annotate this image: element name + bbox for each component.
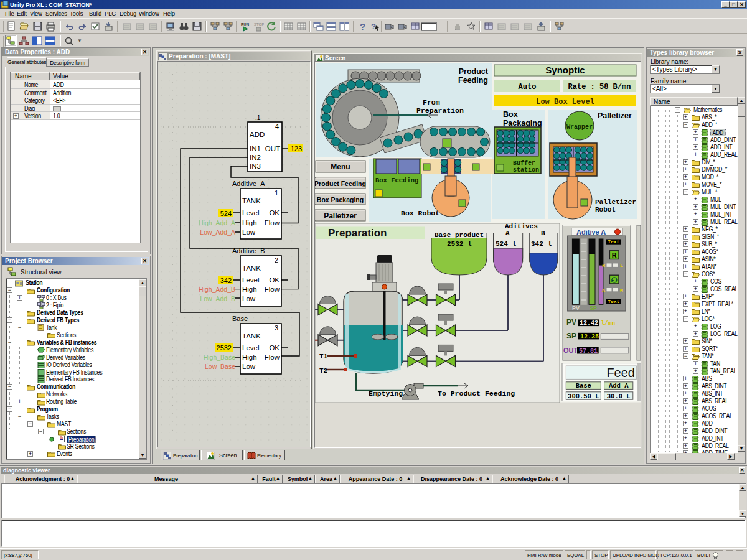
- svg-text:Wrapper: Wrapper: [566, 124, 593, 131]
- svg-text:30.0 L: 30.0 L: [607, 393, 631, 400]
- svg-text:524: 524: [220, 210, 232, 217]
- svg-text:High: High: [242, 219, 257, 226]
- svg-text:Additive_B: Additive_B: [232, 247, 265, 254]
- svg-text:SP: SP: [566, 332, 576, 340]
- svg-text:To Product Feeding: To Product Feeding: [438, 390, 515, 398]
- svg-text:Text: Text: [608, 239, 619, 245]
- svg-text:3: 3: [275, 324, 278, 332]
- svg-text:300.50 L: 300.50 L: [568, 393, 599, 400]
- svg-text:IN3: IN3: [250, 162, 261, 170]
- svg-text:OUT: OUT: [563, 347, 578, 354]
- svg-text:High_Add_A: High_Add_A: [199, 219, 235, 226]
- svg-text:Rate : 58 B/mn: Rate : 58 B/mn: [568, 83, 631, 91]
- svg-text:station: station: [513, 167, 539, 174]
- svg-text:Level: Level: [242, 209, 260, 217]
- svg-text:.1: .1: [255, 114, 261, 121]
- svg-text:Product: Product: [459, 67, 489, 76]
- svg-text:Flow: Flow: [265, 286, 280, 293]
- svg-text:Low_Add_B: Low_Add_B: [200, 295, 235, 302]
- svg-text:Preparation: Preparation: [328, 227, 387, 239]
- svg-text:Level: Level: [242, 344, 260, 352]
- svg-text:High: High: [242, 353, 257, 361]
- svg-text:Box Feeding: Box Feeding: [375, 177, 418, 184]
- svg-text:ADD: ADD: [250, 131, 265, 138]
- svg-text:Preparation: Preparation: [416, 106, 464, 114]
- svg-text:Feed: Feed: [606, 366, 635, 380]
- svg-text:L: L: [620, 263, 623, 268]
- svg-text:TANK: TANK: [242, 197, 261, 205]
- svg-text:T1: T1: [319, 353, 328, 360]
- svg-text:Level: Level: [242, 276, 260, 284]
- svg-text:PV: PV: [566, 318, 576, 327]
- svg-text:IN1: IN1: [250, 145, 261, 152]
- svg-text:Low: Low: [242, 363, 256, 370]
- svg-text:From: From: [423, 98, 440, 106]
- svg-text:342 l: 342 l: [531, 240, 552, 248]
- svg-text:123: 123: [291, 145, 302, 152]
- svg-text:524 l: 524 l: [496, 240, 516, 248]
- svg-text:Low_Base: Low_Base: [205, 363, 235, 370]
- svg-text:1: 1: [275, 189, 278, 197]
- svg-text:Low Box Level: Low Box Level: [536, 98, 594, 106]
- svg-text:Box: Box: [503, 110, 518, 119]
- svg-text:Aditive A: Aditive A: [576, 228, 606, 236]
- svg-text:Low: Low: [242, 295, 256, 302]
- svg-text:T2: T2: [319, 367, 327, 375]
- svg-text:TANK: TANK: [242, 264, 261, 272]
- svg-text:Packaging: Packaging: [503, 119, 542, 128]
- svg-text:12.35: 12.35: [580, 334, 599, 340]
- svg-text:Box Robot: Box Robot: [401, 209, 439, 217]
- svg-text:Auto: Auto: [519, 83, 537, 91]
- svg-text:SP: SP: [590, 305, 597, 311]
- svg-text:Base product: Base product: [435, 231, 484, 239]
- svg-text:Emptying: Emptying: [369, 390, 403, 398]
- svg-text:High_Add_B: High_Add_B: [199, 286, 235, 293]
- svg-text:B: B: [541, 230, 545, 237]
- svg-text:4: 4: [275, 123, 279, 130]
- svg-text:Palletizer: Palletizer: [595, 198, 636, 206]
- svg-text:342: 342: [220, 277, 232, 284]
- svg-text:2532: 2532: [217, 344, 232, 352]
- svg-text:Palletizer: Palletizer: [324, 212, 357, 220]
- svg-text:R: R: [602, 263, 605, 268]
- svg-text:2: 2: [275, 256, 278, 264]
- svg-text:Flow: Flow: [265, 219, 280, 226]
- svg-text:OK: OK: [269, 344, 280, 352]
- svg-text:57.81: 57.81: [579, 348, 598, 355]
- svg-text:12.42: 12.42: [580, 320, 598, 327]
- svg-text:Add A: Add A: [609, 382, 629, 390]
- svg-text:Robot: Robot: [595, 206, 616, 213]
- svg-text:Menu: Menu: [331, 162, 350, 171]
- svg-text:Low: Low: [242, 228, 256, 236]
- svg-text:High: High: [242, 286, 257, 293]
- svg-text:Synoptic: Synoptic: [545, 65, 585, 75]
- svg-text:l/mn: l/mn: [601, 320, 615, 327]
- svg-text:PV: PV: [572, 305, 580, 311]
- svg-text:Text: Text: [608, 299, 619, 304]
- svg-text:OUT: OUT: [265, 145, 280, 152]
- svg-text:Feeding: Feeding: [458, 76, 488, 85]
- svg-text:OK: OK: [269, 209, 280, 217]
- svg-text:M: M: [620, 287, 623, 293]
- svg-text:STOP: STOP: [254, 22, 264, 26]
- svg-text:Palletizer: Palletizer: [598, 111, 632, 120]
- svg-text:RUN: RUN: [241, 22, 249, 26]
- svg-text:Product Feeding: Product Feeding: [315, 180, 366, 187]
- svg-text:OK: OK: [269, 276, 280, 284]
- svg-text:Low_Add_A: Low_Add_A: [200, 228, 235, 236]
- svg-text:Additive_A: Additive_A: [232, 180, 265, 187]
- svg-text:Flow: Flow: [265, 353, 280, 361]
- svg-text:A: A: [602, 287, 605, 293]
- svg-text:R: R: [612, 251, 617, 259]
- svg-text:2532 l: 2532 l: [447, 240, 472, 248]
- svg-text:TANK: TANK: [242, 332, 261, 340]
- svg-text:Buffer: Buffer: [513, 160, 535, 167]
- svg-text:Aditives: Aditives: [505, 223, 538, 230]
- svg-text:Base: Base: [576, 382, 591, 390]
- svg-text:Base: Base: [232, 315, 248, 322]
- svg-text:Box Packaging: Box Packaging: [317, 196, 364, 203]
- svg-text:?: ?: [371, 22, 376, 31]
- svg-text:IN2: IN2: [250, 154, 261, 161]
- svg-text:High_Base: High_Base: [204, 353, 236, 361]
- svg-text:?: ?: [360, 21, 365, 32]
